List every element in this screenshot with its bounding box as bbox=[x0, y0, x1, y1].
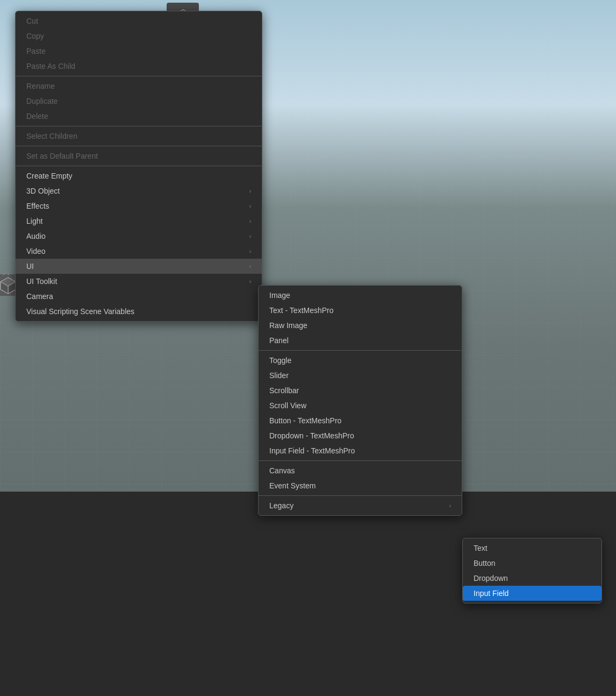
ui-divider-2 bbox=[259, 460, 462, 461]
menu-item-copy[interactable]: Copy bbox=[16, 29, 262, 44]
menu-item-create-empty[interactable]: Create Empty bbox=[16, 168, 262, 183]
menu-item-slider[interactable]: Slider bbox=[259, 368, 462, 383]
ui-divider-3 bbox=[259, 495, 462, 496]
menu-item-button[interactable]: Button bbox=[463, 556, 601, 571]
menu-item-effects[interactable]: Effects › bbox=[16, 198, 262, 214]
menu-item-button-tmp[interactable]: Button - TextMeshPro bbox=[259, 413, 462, 428]
divider-3 bbox=[16, 146, 262, 146]
menu-item-paste-as-child[interactable]: Paste As Child bbox=[16, 59, 262, 74]
menu-item-dropdown[interactable]: Dropdown bbox=[463, 571, 601, 586]
menu-item-visual-scripting[interactable]: Visual Scripting Scene Variables bbox=[16, 304, 262, 319]
menu-item-audio[interactable]: Audio › bbox=[16, 229, 262, 244]
menu-item-panel[interactable]: Panel bbox=[259, 333, 462, 348]
menu-item-duplicate[interactable]: Duplicate bbox=[16, 94, 262, 109]
submenu-arrow-legacy: › bbox=[449, 503, 451, 509]
menu-item-canvas[interactable]: Canvas bbox=[259, 463, 462, 478]
menu-item-text[interactable]: Text bbox=[463, 541, 601, 556]
menu-item-cut[interactable]: Cut bbox=[16, 13, 262, 29]
submenu-arrow-video: › bbox=[249, 248, 251, 254]
submenu-arrow-ui-toolkit: › bbox=[249, 279, 251, 285]
menu-item-input-field-tmp[interactable]: Input Field - TextMeshPro bbox=[259, 443, 462, 458]
menu-item-light[interactable]: Light › bbox=[16, 214, 262, 229]
submenu-arrow-light: › bbox=[249, 218, 251, 224]
menu-item-ui[interactable]: UI › bbox=[16, 259, 262, 274]
menu-item-text-mesh-pro[interactable]: Text - TextMeshPro bbox=[259, 303, 462, 318]
menu-item-dropdown-tmp[interactable]: Dropdown - TextMeshPro bbox=[259, 428, 462, 443]
divider-2 bbox=[16, 126, 262, 126]
menu-item-select-children[interactable]: Select Children bbox=[16, 129, 262, 144]
menu-item-3d-object[interactable]: 3D Object › bbox=[16, 183, 262, 198]
menu-item-set-default-parent[interactable]: Set as Default Parent bbox=[16, 148, 262, 164]
menu-item-toggle[interactable]: Toggle bbox=[259, 353, 462, 368]
menu-item-input-field[interactable]: Input Field bbox=[463, 586, 601, 601]
menu-item-ui-toolkit[interactable]: UI Toolkit › bbox=[16, 274, 262, 289]
menu-item-video[interactable]: Video › bbox=[16, 244, 262, 259]
menu-item-paste[interactable]: Paste bbox=[16, 44, 262, 59]
ui-divider-1 bbox=[259, 350, 462, 351]
submenu-arrow-ui: › bbox=[249, 264, 251, 269]
menu-item-image[interactable]: Image bbox=[259, 288, 462, 303]
submenu-arrow-effects: › bbox=[249, 203, 251, 209]
breadcrumb-arrows: › › bbox=[3, 269, 10, 278]
menu-item-event-system[interactable]: Event System bbox=[259, 478, 462, 493]
submenu-arrow-audio: › bbox=[249, 233, 251, 239]
main-context-menu: Cut Copy Paste Paste As Child Rename Dup… bbox=[15, 11, 262, 322]
menu-item-scroll-view[interactable]: Scroll View bbox=[259, 398, 462, 413]
menu-item-legacy[interactable]: Legacy › bbox=[259, 498, 462, 513]
submenu-arrow-3d: › bbox=[249, 188, 251, 194]
menu-item-raw-image[interactable]: Raw Image bbox=[259, 318, 462, 333]
ui-submenu: Image Text - TextMeshPro Raw Image Panel… bbox=[258, 285, 462, 516]
divider-4 bbox=[16, 166, 262, 166]
legacy-submenu: Text Button Dropdown Input Field bbox=[462, 538, 602, 603]
menu-item-camera[interactable]: Camera bbox=[16, 289, 262, 304]
divider-1 bbox=[16, 76, 262, 76]
menu-item-delete[interactable]: Delete bbox=[16, 109, 262, 124]
menu-item-scrollbar[interactable]: Scrollbar bbox=[259, 383, 462, 398]
menu-item-rename[interactable]: Rename bbox=[16, 79, 262, 94]
